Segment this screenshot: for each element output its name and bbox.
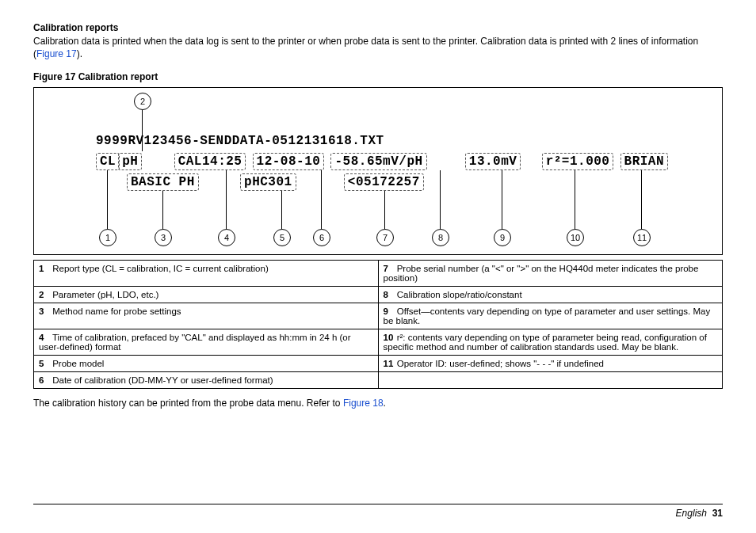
callout-7: 7 bbox=[376, 229, 394, 246]
leader-9 bbox=[502, 170, 502, 229]
figure-17-link[interactable]: Figure 17 bbox=[36, 48, 77, 59]
legend-text-4: Time of calibration, prefaced by "CAL" a… bbox=[39, 333, 351, 352]
seg-r2: r²=1.000 bbox=[542, 153, 614, 170]
leader-6 bbox=[321, 170, 322, 229]
after-text-a: The calibration history can be printed f… bbox=[33, 398, 343, 409]
seg-offset: 13.0mV bbox=[465, 153, 521, 170]
seg-parameter: pH bbox=[118, 153, 142, 170]
seg-report-type: CL bbox=[96, 153, 120, 170]
legend-num-2: 2 bbox=[39, 290, 50, 299]
legend-num-8: 8 bbox=[384, 290, 395, 299]
legend-text-2: Parameter (pH, LDO, etc.) bbox=[52, 290, 158, 299]
legend-text-1: Report type (CL = calibration, IC = curr… bbox=[52, 264, 269, 273]
leader-10 bbox=[575, 170, 575, 229]
callout-3: 3 bbox=[155, 229, 172, 246]
legend-text-10: r²: contents vary depending on type of p… bbox=[384, 333, 707, 352]
leader-4 bbox=[226, 170, 227, 229]
intro-text-b: ). bbox=[77, 48, 82, 59]
data-line-2: BASIC PH pHC301 <05172257 bbox=[127, 173, 424, 191]
seg-method: BASIC PH bbox=[127, 173, 199, 191]
callout-10: 10 bbox=[567, 229, 584, 246]
leader-8 bbox=[440, 170, 441, 229]
intro-paragraph: Calibration data is printed when the dat… bbox=[33, 35, 723, 60]
legend-text-9: Offset—contents vary depending on type o… bbox=[384, 306, 711, 326]
footer-page-number: 31 bbox=[712, 508, 723, 519]
legend-num-5: 5 bbox=[39, 359, 50, 368]
figure-caption: Figure 17 Calibration report bbox=[33, 71, 723, 82]
legend-text-7: Probe serial number (a "<" or ">" on the… bbox=[384, 264, 699, 283]
callout-11: 11 bbox=[633, 229, 651, 246]
section-title: Calibration reports bbox=[33, 22, 723, 33]
legend-text-6: Date of calibration (DD-MM-YY or user-de… bbox=[52, 375, 273, 385]
callout-1: 1 bbox=[99, 229, 116, 246]
after-paragraph: The calibration history can be printed f… bbox=[33, 397, 723, 409]
legend-text-3: Method name for probe settings bbox=[52, 306, 181, 316]
legend-table: 1 Report type (CL = calibration, IC = cu… bbox=[33, 260, 723, 389]
leader-5 bbox=[281, 191, 282, 229]
leader-3 bbox=[162, 191, 163, 229]
page-footer: English 31 bbox=[33, 504, 723, 519]
legend-num-9: 9 bbox=[384, 306, 395, 316]
callout-5: 5 bbox=[273, 229, 291, 246]
leader-11 bbox=[641, 170, 642, 229]
leader-1 bbox=[107, 170, 108, 229]
seg-model: pHC301 bbox=[240, 173, 296, 191]
seg-cal-time: CAL14:25 bbox=[174, 153, 246, 170]
seg-operator: BRIAN bbox=[620, 153, 669, 170]
callout-2: 2 bbox=[134, 93, 151, 110]
filename-line: 9999RV123456-SENDDATA-0512131618.TXT bbox=[96, 134, 384, 148]
figure-18-link[interactable]: Figure 18 bbox=[343, 398, 384, 409]
seg-slope: -58.65mV/pH bbox=[330, 153, 426, 170]
legend-num-10: 10 bbox=[384, 333, 395, 342]
callout-6: 6 bbox=[313, 229, 330, 246]
legend-text-8: Calibration slope/ratio/constant bbox=[397, 290, 522, 299]
legend-text-5: Probe model bbox=[52, 359, 104, 368]
legend-num-3: 3 bbox=[39, 306, 50, 316]
legend-num-4: 4 bbox=[39, 333, 50, 342]
footer-language: English bbox=[676, 508, 707, 519]
figure-17: 2 9999RV123456-SENDDATA-0512131618.TXT C… bbox=[33, 87, 723, 255]
seg-serial: <05172257 bbox=[344, 173, 424, 191]
intro-text-a: Calibration data is printed when the dat… bbox=[33, 36, 698, 59]
callout-8: 8 bbox=[432, 229, 449, 246]
legend-num-6: 6 bbox=[39, 375, 50, 385]
legend-num-7: 7 bbox=[384, 264, 395, 273]
legend-num-1: 1 bbox=[39, 264, 50, 273]
legend-text-11: Operator ID: user-defined; shows "- - -"… bbox=[397, 359, 604, 368]
data-line-1: CLpH CAL14:25 12-08-10 -58.65mV/pH 13.0m… bbox=[96, 153, 668, 170]
leader-7 bbox=[384, 191, 385, 229]
callout-9: 9 bbox=[494, 229, 511, 246]
callout-4: 4 bbox=[218, 229, 235, 246]
seg-cal-date: 12-08-10 bbox=[253, 153, 325, 170]
legend-num-11: 11 bbox=[384, 359, 395, 368]
after-text-b: . bbox=[384, 398, 386, 409]
